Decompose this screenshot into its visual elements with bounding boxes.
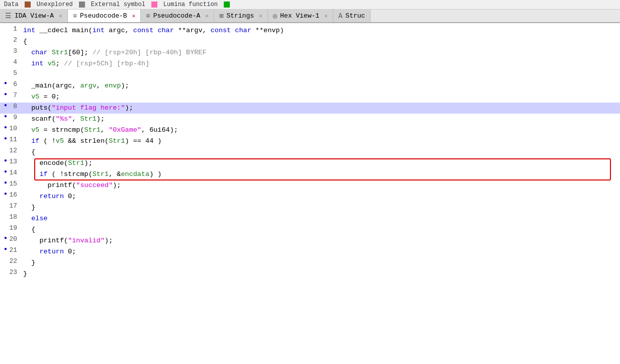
line-indicator: ● — [2, 158, 9, 163]
code-content: return 0; — [23, 246, 618, 257]
line-number: 7 — [9, 92, 23, 99]
line-number: 13 — [9, 158, 23, 165]
tab-bar: ☰ IDA View-A ✕ ≡ Pseudocode-B ✕ ≡ Pseudo… — [0, 10, 620, 23]
code-line: 5 — [0, 69, 620, 80]
tab-strings-label: Strings — [226, 12, 254, 20]
line-number: 16 — [9, 191, 23, 199]
tab-struc[interactable]: A Struc — [333, 10, 371, 22]
tab-ida-view-a-close[interactable]: ✕ — [59, 13, 62, 19]
legend-label-data: Data — [4, 1, 19, 8]
line-number: 6 — [9, 80, 23, 88]
code-content: } — [23, 202, 618, 213]
code-line: ●11 if ( !v5 && strlen(Str1) == 44 ) — [0, 136, 620, 147]
ida-view-icon: ☰ — [5, 12, 12, 20]
code-line: ●6 _main(argc, argv, envp); — [0, 80, 620, 92]
code-line: ●21 return 0; — [0, 246, 620, 257]
line-number: 8 — [9, 103, 23, 110]
code-line: 1int __cdecl main(int argc, const char *… — [0, 25, 620, 36]
code-content: v5 = strncmp(Str1, "0xGame", 6ui64); — [23, 125, 618, 136]
code-line: ●13 encode(Str1); — [0, 158, 620, 169]
code-line: ●14 if ( !strcmp(Str1, &encdata) ) — [0, 169, 620, 180]
tab-strings[interactable]: ⊞ Strings ✕ — [214, 10, 268, 22]
hex-view-icon: ◎ — [273, 12, 277, 20]
line-number: 9 — [9, 114, 23, 121]
struc-icon: A — [338, 12, 342, 20]
tab-pseudocode-a-label: Pseudocode-A — [153, 12, 201, 20]
code-line: ●8 puts("input flag here:"); — [0, 103, 620, 114]
code-content: int v5; // [rsp+5Ch] [rbp-4h] — [23, 58, 618, 69]
line-number: 22 — [9, 257, 23, 265]
legend-bar: Data Unexplored External symbol Lumina f… — [0, 0, 620, 10]
tab-pseudocode-b[interactable]: ≡ Pseudocode-B ✕ — [68, 10, 141, 23]
line-number: 4 — [9, 58, 23, 66]
tab-struc-label: Struc — [345, 12, 365, 20]
code-content: { — [23, 147, 618, 158]
code-content: char Str1[60]; // [rsp+20h] [rbp-40h] BY… — [23, 47, 618, 58]
tab-pseudocode-b-close[interactable]: ✕ — [132, 13, 136, 19]
line-indicator: ● — [2, 169, 9, 174]
code-line: 23} — [0, 268, 620, 280]
code-line: 18 else — [0, 213, 620, 224]
line-number: 1 — [9, 25, 23, 33]
tab-hex-view-1[interactable]: ◎ Hex View-1 ✕ — [268, 10, 333, 22]
tab-hex-view-1-label: Hex View-1 — [280, 12, 319, 20]
line-indicator: ● — [2, 114, 9, 119]
line-number: 15 — [9, 180, 23, 188]
line-indicator: ● — [2, 191, 9, 197]
line-number: 17 — [9, 202, 23, 210]
code-content: puts("input flag here:"); — [23, 103, 618, 114]
code-content: return 0; — [23, 191, 618, 202]
code-line: 19 { — [0, 224, 620, 235]
line-number: 14 — [9, 169, 23, 176]
code-content: printf("succeed"); — [23, 180, 618, 191]
code-line: ●16 return 0; — [0, 191, 620, 202]
code-line: 12 { — [0, 147, 620, 158]
code-content: scanf("%s", Str1); — [23, 114, 618, 125]
line-number: 5 — [9, 69, 23, 77]
code-area: 1int __cdecl main(int argc, const char *… — [0, 23, 620, 282]
code-line: 2{ — [0, 36, 620, 47]
tab-pseudocode-b-label: Pseudocode-B — [80, 12, 127, 20]
line-indicator: ● — [2, 80, 9, 86]
line-number: 12 — [9, 147, 23, 154]
tab-pseudocode-a-close[interactable]: ✕ — [205, 13, 209, 19]
line-number: 11 — [9, 136, 23, 143]
legend-dot-unexplored — [79, 2, 85, 8]
code-content: v5 = 0; — [23, 92, 618, 103]
tab-pseudocode-a[interactable]: ≡ Pseudocode-A ✕ — [141, 10, 214, 22]
code-line: ●9 scanf("%s", Str1); — [0, 114, 620, 125]
tab-ida-view-a-label: IDA View-A — [15, 12, 54, 20]
line-indicator: ● — [2, 136, 9, 141]
code-line: 22 } — [0, 257, 620, 268]
line-number: 10 — [9, 125, 23, 132]
code-content: { — [23, 36, 618, 47]
code-content: _main(argc, argv, envp); — [23, 80, 618, 92]
line-indicator: ● — [2, 235, 9, 241]
legend-dot-lumina — [224, 2, 230, 8]
code-line: 3 char Str1[60]; // [rsp+20h] [rbp-40h] … — [0, 47, 620, 58]
code-content: printf("invalid"); — [23, 235, 618, 246]
legend-label-unexplored: Unexplored — [37, 1, 73, 8]
code-line: 17 } — [0, 202, 620, 213]
code-content: } — [23, 257, 618, 268]
legend-label-external: External symbol — [91, 1, 145, 8]
code-content: int __cdecl main(int argc, const char **… — [23, 25, 618, 36]
line-number: 3 — [9, 47, 23, 55]
code-content: } — [23, 268, 618, 280]
line-indicator: ● — [2, 103, 9, 108]
line-number: 23 — [9, 268, 23, 276]
line-number: 2 — [9, 36, 23, 44]
code-line: ●7 v5 = 0; — [0, 92, 620, 103]
tab-ida-view-a[interactable]: ☰ IDA View-A ✕ — [0, 10, 68, 22]
tab-strings-close[interactable]: ✕ — [259, 13, 262, 19]
code-content: if ( !strcmp(Str1, &encdata) ) — [23, 169, 618, 180]
code-content: if ( !v5 && strlen(Str1) == 44 ) — [23, 136, 618, 147]
code-line: ●20 printf("invalid"); — [0, 235, 620, 246]
line-indicator: ● — [2, 180, 9, 186]
tab-hex-view-1-close[interactable]: ✕ — [324, 13, 328, 19]
code-line: 4 int v5; // [rsp+5Ch] [rbp-4h] — [0, 58, 620, 69]
line-number: 20 — [9, 235, 23, 243]
line-number: 19 — [9, 224, 23, 232]
line-number: 21 — [9, 246, 23, 254]
legend-dot-data — [25, 2, 31, 8]
